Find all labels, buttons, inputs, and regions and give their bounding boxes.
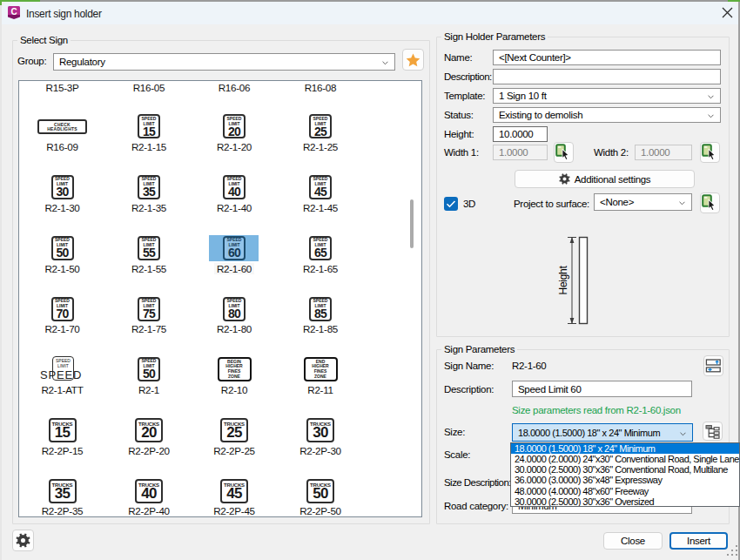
svg-text:C: C [11, 7, 17, 17]
